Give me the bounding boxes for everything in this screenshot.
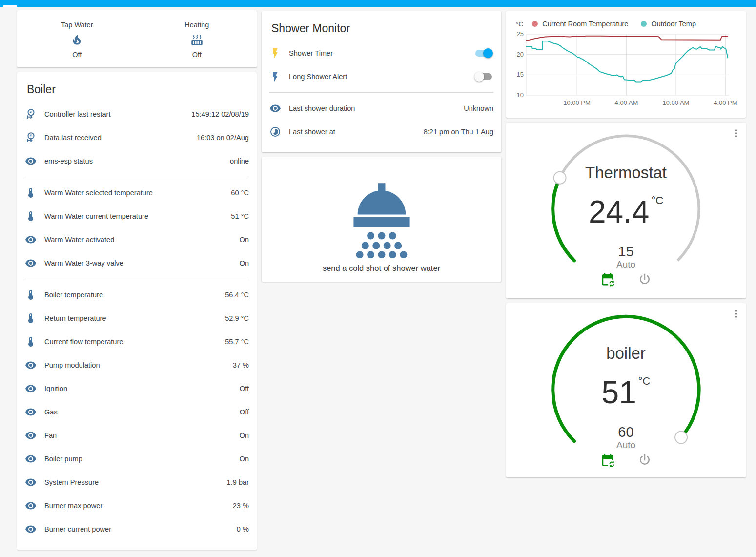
fire-icon: [70, 33, 83, 46]
entity-row[interactable]: Warm Water current temperature 51 °C: [25, 205, 249, 228]
entity-label: Fan: [44, 432, 236, 439]
glance-label: Heating: [184, 21, 209, 29]
eye-icon: [25, 523, 37, 535]
temp-unit: °C: [638, 375, 651, 387]
temp-value: 51: [602, 375, 636, 410]
entity-row[interactable]: Burner max power 23 %: [25, 494, 249, 517]
card-title: Boiler: [17, 72, 257, 100]
entity-value: Unknown: [464, 104, 493, 112]
svg-text:20: 20: [517, 51, 524, 58]
toggle-row-long-shower-alert: Long Shower Alert: [269, 65, 493, 88]
eye-icon: [25, 430, 37, 441]
entity-value: 16:03 on 02/Aug: [197, 134, 249, 142]
calendar-sync-icon[interactable]: [600, 453, 615, 467]
active-tab-indicator[interactable]: [3, 5, 17, 7]
clock-start-icon: [25, 108, 37, 120]
entity-label: Burner current power: [44, 525, 233, 533]
clock-start-icon: [25, 132, 37, 144]
shower-timer-toggle[interactable]: [474, 48, 493, 58]
entity-row[interactable]: Pump modulation 37 %: [25, 353, 249, 377]
entity-label: Warm Water selected temperature: [44, 189, 227, 197]
entity-row[interactable]: System Pressure 1.9 bar: [25, 471, 249, 494]
entity-row[interactable]: Boiler temperature 56.4 °C: [25, 283, 249, 307]
entity-row[interactable]: Fan On: [25, 424, 249, 447]
entity-row[interactable]: Warm Water selected temperature 60 °C: [25, 181, 249, 205]
eye-icon: [25, 359, 37, 371]
entity-row[interactable]: Return temperature 52.9 °C: [25, 307, 249, 330]
temp-value: 24.4: [589, 194, 650, 229]
divider: [269, 92, 493, 93]
temp-unit: °C: [651, 194, 663, 206]
glance-card: Tap Water Off Heating Off: [17, 10, 257, 67]
entity-label: System Pressure: [44, 478, 223, 486]
power-icon[interactable]: [637, 272, 652, 287]
flash-icon: [269, 47, 281, 59]
eye-icon: [25, 406, 37, 418]
entity-row[interactable]: Gas Off: [25, 400, 249, 424]
eye-icon: [269, 103, 281, 114]
entity-row[interactable]: Last shower duration Unknown: [269, 97, 493, 120]
entity-value: Off: [240, 408, 249, 416]
long-shower-alert-toggle[interactable]: [474, 72, 493, 82]
history-graph: 10:00 PM4:00 AM10:00 AM4:00 PM10152025: [514, 32, 738, 110]
entity-label: Warm Water activated: [44, 236, 236, 244]
boiler-current-temp: 51°C: [506, 374, 746, 411]
thermostat-card: Thermostat 24.4°C 15 Auto: [506, 123, 746, 298]
entity-value: 1.9 bar: [227, 478, 249, 486]
right-column: °C Current Room Temperature Outdoor Temp…: [506, 11, 746, 477]
entity-value: 23 %: [233, 502, 249, 510]
boiler-mode-buttons: [506, 453, 746, 467]
entity-value: On: [240, 432, 249, 439]
svg-text:10: 10: [517, 91, 524, 99]
shower-action-card[interactable]: send a cold shot of shower water: [262, 157, 501, 282]
entity-value: On: [240, 236, 249, 244]
entity-value: 8:21 pm on Thu 1 Aug: [424, 128, 493, 136]
legend-label: Current Room Temperature: [542, 20, 628, 28]
entity-row[interactable]: Warm Water activated On: [25, 228, 249, 251]
eye-icon: [25, 155, 37, 167]
glance-item-heating[interactable]: Heating Off: [137, 21, 257, 59]
entity-value: online: [230, 157, 249, 165]
thermostat-title: Thermostat: [506, 164, 746, 182]
entity-row[interactable]: Controller last restart 15:49:12 02/08/1…: [25, 103, 249, 126]
glance-state: Off: [192, 51, 202, 59]
entity-row[interactable]: Ignition Off: [25, 377, 249, 400]
entity-row[interactable]: Burner current power 0 %: [25, 517, 249, 541]
legend-dot-icon: [641, 21, 647, 27]
svg-text:15: 15: [517, 71, 524, 78]
thermometer-icon: [25, 289, 37, 301]
svg-text:10:00 AM: 10:00 AM: [662, 99, 689, 106]
eye-icon: [25, 500, 37, 512]
power-icon[interactable]: [637, 453, 652, 467]
divider: [25, 177, 249, 177]
entity-label: Long Shower Alert: [289, 73, 474, 81]
shower-monitor-card: Shower Monitor Shower Timer Long Shower …: [262, 11, 501, 152]
thermostat-gauge: Thermostat 24.4°C 15 Auto: [506, 123, 746, 298]
entity-value: 55.7 °C: [225, 338, 249, 346]
app-header: [0, 0, 756, 7]
calendar-sync-icon[interactable]: [600, 272, 615, 287]
entity-row[interactable]: Boiler pump On: [25, 447, 249, 471]
boiler-mode: Auto: [506, 440, 746, 451]
entity-label: ems-esp status: [44, 157, 226, 165]
entity-label: Last shower duration: [289, 104, 460, 112]
thermostat-mode: Auto: [506, 259, 746, 270]
legend-item-room: Current Room Temperature: [532, 20, 628, 28]
entity-row[interactable]: Warm Water 3-way valve On: [25, 251, 249, 275]
divider: [25, 279, 249, 279]
entity-label: Warm Water current temperature: [44, 212, 227, 220]
glance-state: Off: [72, 51, 82, 59]
entity-label: Burner max power: [44, 502, 229, 510]
entity-row[interactable]: Last shower at 8:21 pm on Thu 1 Aug: [269, 120, 493, 144]
boiler-entities-list: Controller last restart 15:49:12 02/08/1…: [17, 100, 257, 550]
entity-row[interactable]: Current flow temperature 55.7 °C: [25, 330, 249, 353]
boiler-gauge-card: boiler 51°C 60 Auto: [506, 303, 746, 477]
glance-item-tap-water[interactable]: Tap Water Off: [17, 21, 137, 59]
entity-label: Return temperature: [44, 314, 221, 322]
shower-monitor-list: Shower Timer Long Shower Alert Last show…: [262, 39, 501, 152]
entity-value: 56.4 °C: [225, 291, 249, 299]
legend-item-outdoor: Outdoor Temp: [641, 20, 696, 28]
eye-icon: [25, 383, 37, 394]
entity-row[interactable]: ems-esp status online: [25, 149, 249, 173]
entity-row[interactable]: Data last received 16:03 on 02/Aug: [25, 126, 249, 149]
